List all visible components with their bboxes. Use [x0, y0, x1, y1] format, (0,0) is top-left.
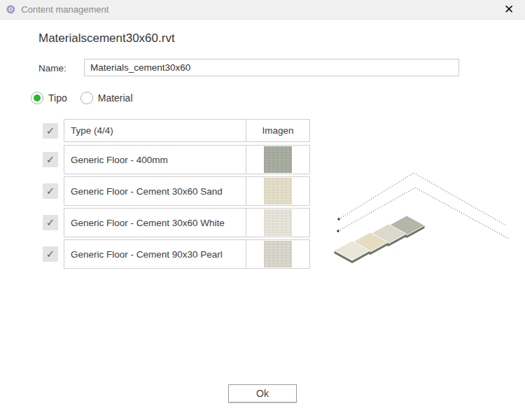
radio-material-circle	[80, 92, 93, 104]
type-cell-label: Generic Floor - Cement 30x60 White	[64, 209, 246, 237]
image-column-header: Imagen	[246, 120, 309, 141]
close-icon[interactable]: ✕	[501, 2, 517, 18]
preview-endpoint-dot	[337, 230, 340, 232]
row-checkbox[interactable]: ✓	[43, 152, 58, 167]
type-cell-label: Generic Floor - Cement 30x60 Sand	[64, 177, 246, 205]
ok-button[interactable]: Ok	[228, 384, 297, 402]
radio-tipo[interactable]: Tipo	[31, 92, 67, 104]
image-thumbnail	[264, 146, 292, 173]
table-row[interactable]: ✓ Generic Floor - Cement 30x60 Sand	[43, 176, 310, 206]
preview-dashed-line	[338, 188, 509, 239]
window-title: Content management	[21, 4, 108, 15]
types-table: ✓ Type (4/4) Imagen ✓ Generic Floor - 40…	[43, 119, 310, 271]
preview-dashed-line	[339, 173, 506, 225]
check-icon: ✓	[46, 153, 55, 165]
content-management-dialog: { "window": { "title": "Content manageme…	[0, 0, 525, 420]
page-title: Materialscement30x60.rvt	[38, 31, 175, 46]
check-icon: ✓	[46, 185, 55, 197]
preview-3d	[322, 161, 525, 273]
image-thumbnail	[264, 209, 292, 236]
radio-material-label: Material	[98, 92, 133, 104]
type-column-header: Type (4/4)	[64, 120, 246, 141]
title-bar[interactable]: ⚙ Content management ✕	[0, 0, 525, 20]
type-cell-label: Generic Floor - 400mm	[64, 146, 246, 174]
name-label: Name:	[38, 63, 66, 74]
radio-tipo-circle	[31, 92, 43, 104]
type-cell-label: Generic Floor - Cement 90x30 Pearl	[64, 240, 246, 268]
radio-material[interactable]: Material	[80, 92, 133, 104]
row-checkbox[interactable]: ✓	[43, 215, 58, 230]
name-input[interactable]	[84, 59, 459, 76]
radio-tipo-label: Tipo	[48, 92, 67, 104]
image-cell	[246, 146, 309, 174]
image-cell	[246, 209, 309, 237]
image-thumbnail	[264, 241, 292, 267]
table-row[interactable]: ✓ Generic Floor - Cement 30x60 White	[43, 208, 310, 237]
check-icon: ✓	[46, 216, 55, 228]
select-all-checkbox[interactable]: ✓	[43, 123, 58, 139]
radio-group: Tipo Material	[31, 92, 133, 104]
check-icon: ✓	[46, 125, 55, 136]
row-checkbox[interactable]: ✓	[43, 183, 58, 199]
image-thumbnail	[264, 178, 292, 204]
table-rows: ✓ Generic Floor - 400mm ✓ Generic Floor …	[43, 145, 310, 269]
row-checkbox[interactable]: ✓	[43, 246, 58, 262]
preview-endpoint-dot	[337, 218, 340, 220]
table-header-row: ✓ Type (4/4) Imagen	[43, 119, 310, 142]
check-icon: ✓	[46, 248, 55, 260]
image-cell	[246, 240, 309, 268]
image-cell	[246, 177, 309, 205]
table-row[interactable]: ✓ Generic Floor - Cement 90x30 Pearl	[43, 239, 310, 269]
table-row[interactable]: ✓ Generic Floor - 400mm	[43, 145, 310, 174]
gear-icon: ⚙	[6, 4, 15, 15]
